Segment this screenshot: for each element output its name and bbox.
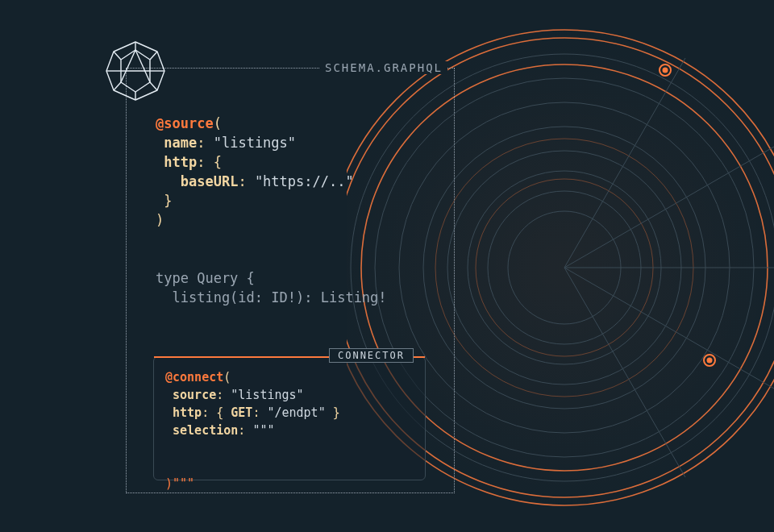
svg-line-35	[114, 52, 121, 60]
svg-line-16	[564, 268, 774, 389]
connector-card: CONNECTOR @connect( source: "listings" h…	[153, 356, 426, 480]
svg-point-1	[508, 211, 621, 324]
connect-code-block: @connect( source: "listings" http: { GET…	[165, 368, 414, 493]
svg-point-20	[663, 68, 668, 73]
query-line2: listing(id: ID!): Listing!	[156, 289, 387, 305]
svg-line-15	[564, 147, 774, 268]
connector-badge: CONNECTOR	[329, 348, 414, 363]
source-directive: @source	[156, 115, 214, 131]
query-line1: type Query {	[156, 270, 255, 286]
svg-point-3	[468, 171, 661, 364]
svg-line-18	[564, 268, 685, 477]
connect-directive: @connect	[165, 370, 223, 384]
panel-title: SCHEMA.GRAPHQL	[320, 61, 447, 74]
svg-line-17	[564, 58, 685, 268]
source-code-block: @source( name: "listings" http: { baseUR…	[156, 114, 435, 307]
svg-point-2	[488, 191, 641, 344]
svg-point-24	[707, 358, 713, 364]
svg-point-19	[660, 64, 671, 76]
svg-point-13	[476, 179, 653, 356]
polyhedron-icon	[103, 39, 168, 103]
svg-line-29	[150, 52, 157, 60]
svg-line-31	[150, 82, 157, 90]
svg-point-23	[704, 355, 715, 366]
svg-point-5	[423, 127, 705, 409]
svg-line-33	[114, 82, 121, 90]
svg-point-12	[435, 139, 693, 397]
svg-point-4	[447, 151, 681, 384]
